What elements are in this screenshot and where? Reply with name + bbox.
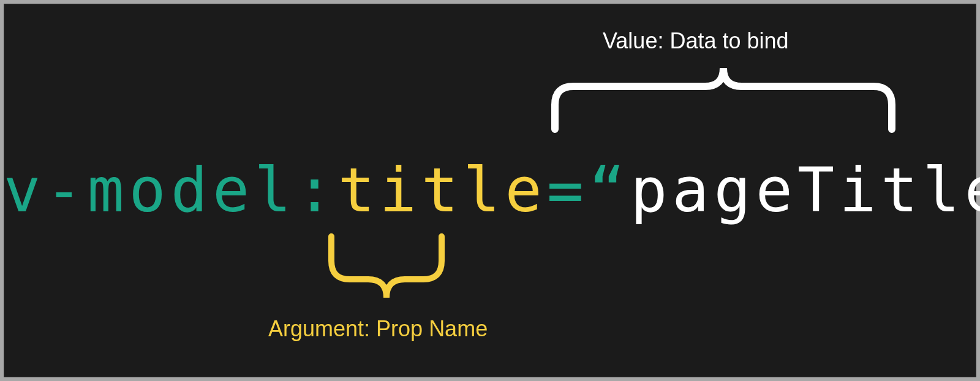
token-argument: title — [338, 154, 547, 226]
token-value: pageTitle — [630, 154, 980, 226]
brace-top-icon — [549, 68, 898, 135]
code-expression: v-model:title=“pageTitle” — [4, 154, 976, 226]
token-colon: : — [296, 154, 337, 226]
label-value: Value: Data to bind — [603, 28, 789, 54]
token-directive: v-model — [4, 154, 296, 226]
diagram-frame: Value: Data to bind v-model:title=“pageT… — [4, 4, 976, 377]
token-open-quote: “ — [589, 154, 630, 226]
label-argument: Argument: Prop Name — [268, 316, 488, 342]
brace-bottom-icon — [325, 230, 448, 298]
token-equals: = — [547, 154, 589, 226]
